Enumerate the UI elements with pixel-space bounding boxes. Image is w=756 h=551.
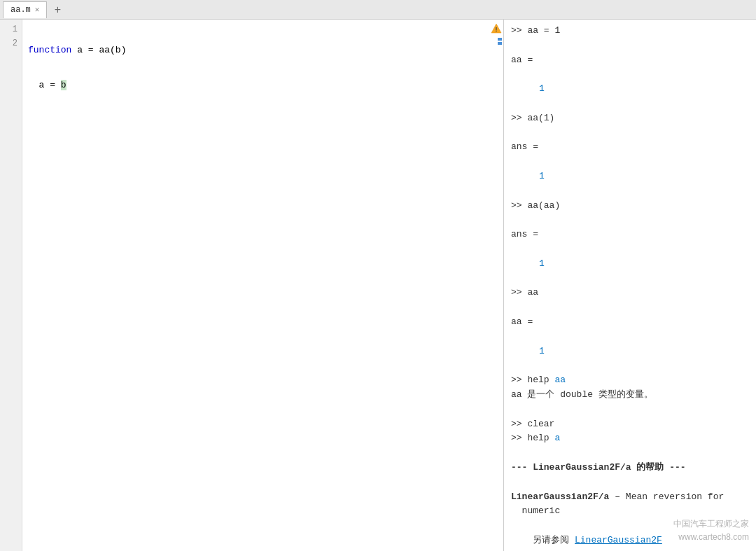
console-entry-4: >> aa (511, 286, 749, 300)
console-help-entry: LinearGaussian2F/a – Mean reversion for (511, 490, 749, 505)
console-blank-13 (511, 403, 749, 417)
scrollbar-mark-1 (498, 38, 502, 41)
editor-content: 1 2 function a = aa(b) a = b (0, 20, 503, 551)
watermark-line2: www.cartech8.com (673, 531, 749, 544)
console-link-a[interactable]: a (554, 433, 560, 443)
console-clear: >> clear (511, 417, 749, 432)
console-help-aa: >> help aa (511, 373, 749, 388)
console-blank-15 (511, 475, 749, 490)
console-value-1: 1 (511, 82, 749, 97)
watermark: 中国汽车工程师之家 www.cartech8.com (673, 517, 749, 544)
console-blank-17 (511, 548, 749, 551)
code-line-2: a = b (28, 78, 498, 92)
console-value-4: 1 (511, 344, 749, 359)
console-blank-7 (511, 213, 749, 228)
console-blank-11 (511, 330, 749, 344)
scrollbar-indicator (498, 38, 502, 45)
editor-panel: 1 2 function a = aa(b) a = b ! (0, 20, 504, 551)
tab-bar: aa.m ✕ + (0, 0, 756, 20)
console-result-4: aa = (511, 315, 749, 330)
line-number-2: 2 (0, 36, 22, 50)
console-blank-5 (511, 155, 749, 169)
console-blank-8 (511, 242, 749, 257)
console-result-2: ans = (511, 140, 749, 155)
line-number-1: 1 (0, 22, 22, 36)
console-wrapper: >> aa = 1 aa = 1 >> aa(1) ans = 1 >> aa(… (504, 20, 756, 551)
watermark-line1: 中国汽车工程师之家 (673, 517, 749, 531)
line-numbers: 1 2 (0, 20, 22, 551)
code-area[interactable]: function a = aa(b) a = b (22, 20, 503, 551)
editor-gutter: ! (489, 22, 503, 35)
console-help-aa-result: aa 是一个 double 类型的变量。 (511, 388, 749, 403)
code-text-1: a = aa(b) (71, 45, 126, 55)
console-section-header: --- LinearGaussian2F/a 的帮助 --- (511, 461, 749, 475)
console-blank-3 (511, 97, 749, 111)
console-entry-1: >> aa = 1 (511, 24, 749, 39)
console-blank-14 (511, 446, 749, 461)
code-line-1: function a = aa(b) (28, 43, 498, 57)
console-value-3: 1 (511, 257, 749, 272)
console-result-3: ans = (511, 228, 749, 242)
main-content: 1 2 function a = aa(b) a = b ! (0, 20, 756, 551)
console-result-1: aa = (511, 53, 749, 68)
console-blank-6 (511, 184, 749, 199)
console-value-2: 1 (511, 169, 749, 184)
console-blank-2 (511, 67, 749, 82)
add-tab-button[interactable]: + (50, 2, 65, 18)
console-blank-9 (511, 272, 749, 286)
highlighted-var: b (61, 80, 66, 90)
svg-text:!: ! (494, 27, 498, 34)
console-blank-12 (511, 358, 749, 373)
keyword-function: function (28, 45, 71, 55)
console-entry-2: >> aa(1) (511, 111, 749, 126)
tab-aa-m[interactable]: aa.m ✕ (3, 1, 47, 18)
console-link-lineargaussian[interactable]: LinearGaussian2F (575, 535, 662, 545)
scrollbar-mark-2 (498, 42, 502, 45)
console-blank-4 (511, 126, 749, 141)
console-entry-3: >> aa(aa) (511, 199, 749, 214)
warning-icon: ! (490, 22, 503, 35)
tab-label: aa.m (10, 5, 31, 15)
console-blank-10 (511, 300, 749, 315)
console-link-aa[interactable]: aa (554, 375, 566, 385)
code-indent: a = (28, 80, 61, 90)
close-icon[interactable]: ✕ (35, 6, 40, 14)
console-help-a: >> help a (511, 431, 749, 446)
console-panel[interactable]: >> aa = 1 aa = 1 >> aa(1) ans = 1 >> aa(… (504, 20, 756, 551)
console-blank-1 (511, 39, 749, 53)
